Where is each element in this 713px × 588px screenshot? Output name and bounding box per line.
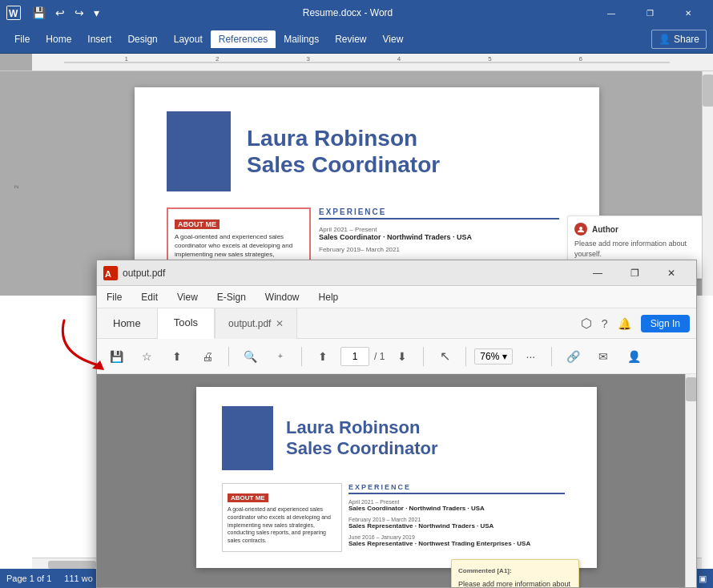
exp1-title: Sales Coordinator · Northwind Traders · … (319, 233, 559, 241)
tab-insert[interactable]: Insert (79, 30, 119, 48)
pdf-resume-body: ABOUT ME A goal-oriented and experienced… (222, 483, 571, 552)
pdf-separator-2 (301, 347, 302, 366)
pdf-more-btn[interactable]: ··· (518, 344, 543, 369)
pdf-bookmark-btn[interactable]: ☆ (134, 344, 159, 369)
page-indicator: Page 1 of 1 (6, 574, 51, 583)
pdf-tab-file: output.pdf ✕ (215, 308, 297, 339)
pdf-menu-file[interactable]: File (103, 290, 125, 304)
pdf-exp1-title: Sales Coordinator · Northwind Traders · … (348, 505, 565, 512)
pdf-vertical-scrollbar[interactable] (685, 374, 696, 587)
customize-quick-access[interactable]: ▾ (91, 5, 103, 21)
pdf-exp-entry-3: June 2016 – January 2019 Sales Represent… (348, 534, 565, 547)
pdf-separator-5 (551, 347, 552, 366)
tab-design[interactable]: Design (119, 30, 165, 48)
pdf-chain-btn[interactable]: 🔗 (560, 344, 586, 369)
pdf-nextpage-btn[interactable]: ⬇ (389, 344, 415, 369)
comment-avatar (574, 223, 587, 236)
word-maximize-button[interactable]: ❐ (631, 0, 668, 26)
pdf-resume-name: Laura Robinson Sales Coordinator (286, 417, 437, 459)
pdf-separator-1 (228, 347, 229, 366)
undo-button[interactable]: ↩ (52, 5, 68, 21)
pdf-resume-header: Laura Robinson Sales Coordinator (222, 406, 571, 470)
pdf-window-controls: — ❐ ✕ (579, 260, 690, 286)
pdf-exp2-title: Sales Representative · Northwind Traders… (348, 522, 565, 530)
pdf-help-icon[interactable]: ? (602, 317, 608, 330)
pdf-exp2-date: February 2019 – March 2021 (348, 517, 565, 522)
pdf-title-bar: A output.pdf — ❐ ✕ (97, 260, 696, 286)
pdf-exp-label: EXPERIENCE (348, 483, 565, 494)
pdf-upload-btn[interactable]: ⬆ (164, 344, 190, 369)
pdf-about-section: ABOUT ME A goal-oriented and experienced… (222, 483, 342, 552)
pdf-experience-section: EXPERIENCE April 2021 – Present Sales Co… (342, 483, 571, 552)
pdf-print-btn[interactable]: 🖨 (195, 344, 220, 369)
tab-home[interactable]: Home (38, 30, 79, 48)
pdf-user-btn[interactable]: 👤 (621, 344, 647, 369)
share-button[interactable]: 👤 Share (651, 30, 707, 49)
pdf-exp3-title: Sales Representative · Northwest Trading… (348, 540, 565, 547)
pdf-comment-header: Commented [A1]: (458, 566, 572, 576)
pdf-menu-esign[interactable]: E-Sign (214, 290, 249, 304)
tab-layout[interactable]: Layout (166, 30, 211, 48)
comment-header: Author (574, 223, 702, 236)
scroll-thumb[interactable] (703, 75, 713, 107)
word-close-button[interactable]: ✕ (670, 0, 707, 26)
exp-label: EXPERIENCE (319, 207, 559, 219)
word-ribbon: File Home Insert Design Layout Reference… (0, 26, 713, 54)
pdf-action-bar: 💾 ☆ ⬆ 🖨 🔍 + ⬆ / 1 ⬇ ↖ 76% ▾ ··· 🔗 ✉ 👤 (97, 339, 696, 374)
pdf-resume-photo (222, 406, 273, 470)
pdf-resume-name-line2: Sales Coordinator (286, 438, 437, 459)
tab-mailings[interactable]: Mailings (276, 30, 327, 48)
pdf-signin-button[interactable]: Sign In (641, 315, 690, 332)
pdf-menu-window[interactable]: Window (262, 290, 303, 304)
pdf-document-page: Laura Robinson Sales Coordinator ABOUT M… (196, 387, 597, 568)
about-label: ABOUT ME (175, 219, 220, 229)
word-minimize-button[interactable]: — (593, 0, 630, 26)
pdf-bell-icon[interactable]: 🔔 (618, 317, 631, 330)
resume-photo (167, 111, 231, 191)
person-icon: 👤 (659, 34, 671, 45)
tab-references[interactable]: References (211, 30, 276, 48)
pdf-cursor-btn[interactable]: ↖ (432, 344, 457, 369)
pdf-resume-name-line1: Laura Robinson (286, 417, 437, 438)
pdf-tab-file-name: output.pdf (228, 318, 271, 329)
word-app-icon: W (6, 6, 21, 20)
tab-review[interactable]: Review (327, 30, 374, 48)
resume-name: Laura Robinson Sales Coordinator (247, 125, 440, 178)
redo-button[interactable]: ↪ (71, 5, 87, 21)
svg-text:W: W (9, 8, 18, 19)
pdf-comment-text: Please add more information about yourse… (458, 579, 572, 587)
pdf-page-area: Laura Robinson Sales Coordinator ABOUT M… (97, 374, 696, 587)
pdf-zoomin-btn[interactable]: + (268, 344, 293, 369)
save-button[interactable]: 💾 (29, 5, 49, 21)
word-count: 111 wo (64, 574, 92, 583)
pdf-page-input[interactable] (340, 347, 369, 366)
pdf-prevpage-btn[interactable]: ⬆ (310, 344, 336, 369)
pdf-zoom-select[interactable]: 76% ▾ (474, 348, 513, 364)
red-arrow-annotation (48, 312, 112, 380)
pdf-scroll-thumb[interactable] (686, 377, 696, 401)
word-title: Resume.docx - Word (103, 7, 593, 18)
quick-access-toolbar: 💾 ↩ ↪ ▾ (29, 5, 103, 21)
pdf-page-total: / 1 (374, 351, 385, 362)
pdf-menu-edit[interactable]: Edit (138, 290, 161, 304)
pdf-about-text: A goal-oriented and experienced sales co… (228, 505, 336, 545)
word-title-bar: W 💾 ↩ ↪ ▾ Resume.docx - Word — ❐ ✕ (0, 0, 713, 26)
pdf-tab-close-button[interactable]: ✕ (276, 318, 284, 329)
pdf-menu-help[interactable]: Help (316, 290, 342, 304)
resume-name-line1: Laura Robinson (247, 125, 440, 152)
pdf-menu-view[interactable]: View (174, 290, 201, 304)
pdf-zoomout-btn[interactable]: 🔍 (237, 344, 263, 369)
pdf-maximize-button[interactable]: ❐ (616, 260, 653, 286)
tab-view[interactable]: View (375, 30, 412, 48)
pdf-minimize-button[interactable]: — (579, 260, 616, 286)
title-bar-left: W 💾 ↩ ↪ ▾ (6, 5, 103, 21)
pdf-close-button[interactable]: ✕ (653, 260, 690, 286)
pdf-exp-entry-1: April 2021 – Present Sales Coordinator ·… (348, 499, 565, 512)
word-vertical-scrollbar[interactable] (702, 71, 713, 296)
tab-file[interactable]: File (6, 30, 38, 48)
pdf-tab-tools[interactable]: Tools (158, 308, 215, 339)
pdf-share-icon[interactable]: ⬡ (581, 316, 592, 331)
pdf-menu-bar: File Edit View E-Sign Window Help (97, 286, 696, 308)
pdf-mail-btn[interactable]: ✉ (590, 344, 616, 369)
resume-header: Laura Robinson Sales Coordinator (167, 111, 567, 191)
